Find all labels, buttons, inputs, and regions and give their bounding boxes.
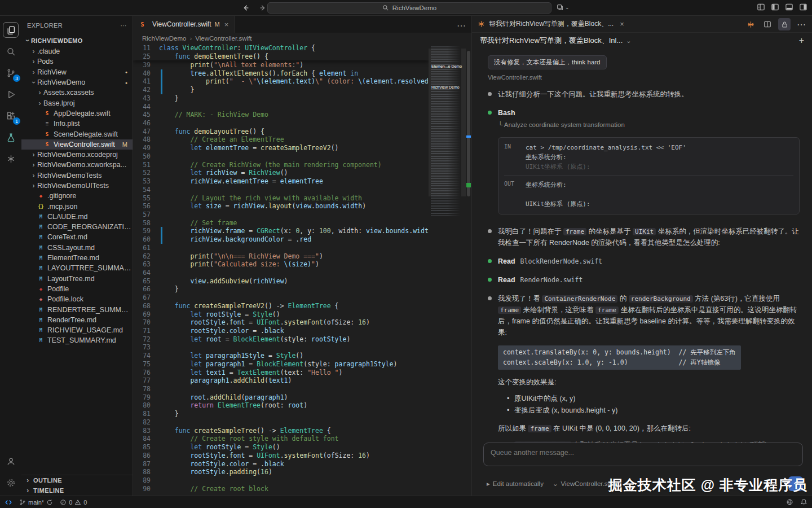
ports-icon[interactable] <box>786 498 793 506</box>
lock-button[interactable] <box>778 18 791 30</box>
source-control-view-icon[interactable]: 3 <box>3 65 19 81</box>
code-line[interactable]: 42 } <box>133 86 429 94</box>
code-line[interactable]: 76 let text1 = TextElement(text: "Hello … <box>133 369 429 377</box>
extensions-view-icon[interactable]: 1 <box>3 108 19 124</box>
code-line[interactable]: 70 rootStyle.font = UIFont.systemFont(of… <box>133 318 429 327</box>
code-line[interactable]: 39 print("\nAll text elements:") <box>133 61 429 69</box>
code-line[interactable]: 53 richView.elementTree = elementTree <box>133 177 429 186</box>
split-view-button[interactable] <box>761 18 774 30</box>
code-line[interactable]: 43 } <box>133 94 429 103</box>
file-row[interactable]: ›.claude <box>21 46 133 56</box>
file-row[interactable]: MTEST_SUMMARY.md <box>21 335 133 345</box>
code-line[interactable]: 25 func demoElementTree() { <box>133 52 429 61</box>
code-line[interactable]: 80 return ElementTree(root: root) <box>133 401 429 410</box>
outline-panel-header[interactable]: › OUTLINE <box>21 475 133 485</box>
code-line[interactable]: 74 let paragraph1Style = Style() <box>133 352 429 360</box>
code-line[interactable]: 47 func demoLayoutTree() { <box>133 128 429 136</box>
code-line[interactable]: 71 rootStyle.color = .black <box>133 327 429 335</box>
code-line[interactable]: 52 let richView = RichView() <box>133 169 429 177</box>
code-line[interactable]: 58 // Set frame <box>133 219 429 227</box>
tool-call[interactable]: ReadRenderNode.swift <box>488 274 800 286</box>
file-row[interactable]: ›Pods <box>21 56 133 67</box>
editor-more-actions-icon[interactable]: ⋯ <box>457 20 466 31</box>
file-row[interactable]: SAppDelegate.swift <box>21 108 133 119</box>
file-row[interactable]: SSceneDelegate.swift <box>21 129 133 139</box>
code-line[interactable]: 65 view.addSubview(richView) <box>133 277 429 286</box>
file-row[interactable]: ◆Podfile.lock <box>21 294 133 304</box>
run-debug-view-icon[interactable] <box>3 86 19 102</box>
code-line[interactable]: 62 print("\n\n=== RichView Demo ===") <box>133 252 429 261</box>
timeline-panel-header[interactable]: › TIMELINE <box>21 485 133 496</box>
file-row[interactable]: ◆Podfile <box>21 284 133 294</box>
file-row[interactable]: ≡Info.plist <box>21 119 133 129</box>
code-line[interactable]: 44 <box>133 103 429 111</box>
code-line[interactable]: 59 richView.frame = CGRect(x: 0, y: 100,… <box>133 227 429 235</box>
code-line[interactable]: 88 rootStyle.padding(16) <box>133 468 429 476</box>
code-line[interactable]: 68 func createSampleTreeV2() -> ElementT… <box>133 302 429 310</box>
testing-view-icon[interactable] <box>3 129 19 145</box>
file-row[interactable]: MCLAUDE.md <box>21 212 133 222</box>
code-line[interactable]: 81 } <box>133 410 429 418</box>
toggle-panel-icon[interactable] <box>785 3 793 11</box>
chat-input[interactable]: Queue another message... <box>483 443 803 466</box>
claude-extension-icon[interactable] <box>3 151 19 167</box>
breadcrumb-item[interactable]: RichViewDemo <box>142 35 186 42</box>
chat-tab[interactable]: 帮我针对RichView写单测，覆盖Block、... × <box>472 16 630 32</box>
code-line[interactable]: 50 <box>133 152 429 161</box>
code-line[interactable]: 84 // Create root style with default fon… <box>133 435 429 443</box>
back-button[interactable] <box>240 2 251 14</box>
tool-call[interactable]: Bash└ Analyze coordinate system transfor… <box>488 107 800 130</box>
scrollbar-slider[interactable] <box>467 51 470 196</box>
file-row[interactable]: ›RichViewDemo● <box>21 77 133 87</box>
file-row[interactable]: ›RichViewDemoUITests <box>21 181 133 191</box>
code-line[interactable]: 75 let paragraph1 = BlockElement(style: … <box>133 360 429 369</box>
remote-indicator[interactable] <box>5 498 12 506</box>
code-line[interactable]: 51 // Create RichView (the main renderin… <box>133 161 429 169</box>
file-row[interactable]: MRENDERTREE_SUMMARY.md <box>21 304 133 314</box>
file-row[interactable]: MLAYOUTTREE_SUMMARY.md <box>21 263 133 273</box>
editor-scrollbar[interactable] <box>466 44 471 496</box>
file-row[interactable]: ›Assets.xcassets <box>21 87 133 98</box>
explorer-view-icon[interactable] <box>3 22 19 38</box>
file-row[interactable]: MCoreText.md <box>21 232 133 242</box>
forward-button[interactable] <box>257 2 268 14</box>
file-row[interactable]: MCSSLayout.md <box>21 243 133 253</box>
code-line[interactable]: 11class ViewController: UIViewController… <box>133 44 429 52</box>
code-line[interactable]: 64 <box>133 269 429 277</box>
code-line[interactable]: 56 let size = richView.layout(view.bound… <box>133 202 429 211</box>
code-line[interactable]: 85 let rootStyle = Style() <box>133 443 429 452</box>
settings-gear-icon[interactable] <box>3 475 19 491</box>
command-center-search[interactable]: RichViewDemo <box>267 2 551 14</box>
close-icon[interactable]: × <box>620 20 624 28</box>
code-line[interactable]: 82 <box>133 418 429 427</box>
new-conversation-button[interactable]: + <box>799 36 804 46</box>
chevron-down-icon[interactable]: ⌄ <box>565 5 570 10</box>
context-file-chip[interactable]: ⌄ViewController.swift <box>553 480 617 488</box>
code-line[interactable]: 78 <box>133 385 429 393</box>
file-row[interactable]: {}.mcp.json <box>21 201 133 211</box>
code-line[interactable]: 66 } <box>133 285 429 294</box>
code-line[interactable]: 54 <box>133 186 429 194</box>
code-line[interactable]: 46 <box>133 119 429 128</box>
code-line[interactable]: 67 <box>133 294 429 302</box>
context-file-label[interactable]: ViewController.swift <box>488 74 800 81</box>
code-line[interactable]: 63 print("Calculated size: \(size)") <box>133 260 429 269</box>
code-line[interactable]: 79 root.addChild(paragraph1) <box>133 393 429 402</box>
notifications-bell-icon[interactable] <box>800 498 807 506</box>
file-row[interactable]: MCODE_REORGANIZATION.md <box>21 222 133 232</box>
code-line[interactable]: 61 <box>133 244 429 252</box>
file-row[interactable]: ›RichViewDemo.xcodeproj <box>21 150 133 160</box>
file-row[interactable]: MElementTree.md <box>21 253 133 263</box>
code-line[interactable]: 89 <box>133 476 429 485</box>
chevron-down-icon[interactable]: ⌄ <box>626 37 631 45</box>
editor-tab[interactable]: S ViewController.swift M × <box>133 16 235 33</box>
code-line[interactable]: 72 let root = BlockElement(style: rootSt… <box>133 335 429 344</box>
breadcrumb-item[interactable]: ViewController.swift <box>195 35 251 42</box>
claude-status-button[interactable] <box>744 18 757 30</box>
file-row[interactable]: MRICHVIEW_USAGE.md <box>21 325 133 335</box>
git-branch-status[interactable]: main* <box>19 499 53 506</box>
code-line[interactable]: 90 // Create root block <box>133 485 429 493</box>
code-line[interactable]: 41 print(" - \"\(element.text)\" (color:… <box>133 77 429 86</box>
code-line[interactable]: 55 // Layout the rich view with availabl… <box>133 194 429 203</box>
file-row[interactable]: ◆.gitignore <box>21 191 133 201</box>
